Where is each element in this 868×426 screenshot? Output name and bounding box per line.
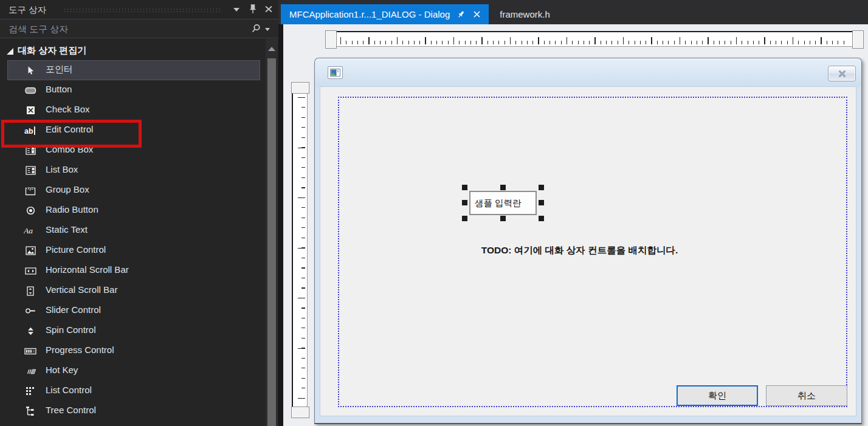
selection-handle[interactable] xyxy=(500,185,506,190)
group-box-icon: xyz xyxy=(23,185,38,196)
edit-control-selected[interactable]: 샘플 입력란 xyxy=(469,191,537,215)
toolbox-item-label: Horizontal Scroll Bar xyxy=(46,264,129,275)
toolbox-item-static-text[interactable]: AaStatic Text xyxy=(0,221,266,241)
tab-bar: MFCApplication1.r...1_DIALOG - Dialog fr… xyxy=(278,0,868,24)
pointer-icon xyxy=(23,65,38,76)
toolbox-item-list-control[interactable]: List Control xyxy=(0,381,266,401)
toolbox-item-label: Group Box xyxy=(46,184,89,194)
dialog-client-area[interactable]: 샘플 입력란 TODO: 여기에 대화 상자 컨트롤을 배치합니다. 확인 취소 xyxy=(320,86,856,416)
horizontal-scroll-bar-icon xyxy=(23,266,38,277)
toolbox-item-slider-control[interactable]: Slider Control xyxy=(0,301,266,321)
close-icon[interactable] xyxy=(264,4,274,15)
toolbox-item-horizontal-scroll-bar[interactable]: Horizontal Scroll Bar xyxy=(0,261,266,281)
selection-handle[interactable] xyxy=(539,216,544,221)
svg-text:Aa: Aa xyxy=(24,226,33,235)
tab-dialog-resource[interactable]: MFCApplication1.r...1_DIALOG - Dialog xyxy=(281,4,489,24)
list-control-icon xyxy=(23,386,38,397)
ruler-end-box[interactable] xyxy=(852,30,864,49)
selection-handle[interactable] xyxy=(539,200,544,205)
toolbox-item-label: Button xyxy=(46,84,72,94)
toolbox-item-list-box[interactable]: List Box xyxy=(0,160,266,180)
spin-control-icon xyxy=(23,326,38,337)
search-placeholder: 검색 도구 상자 xyxy=(9,24,68,35)
toolbox-item-hot-key[interactable]: Hot Key xyxy=(0,361,266,381)
document-well: MFCApplication1.r...1_DIALOG - Dialog fr… xyxy=(278,0,868,426)
tree-control-icon xyxy=(23,406,38,417)
selection-handle[interactable] xyxy=(462,216,467,221)
progress-control-icon xyxy=(23,346,38,357)
toolbox-title: 도구 상자 xyxy=(9,4,46,16)
tab-framework-h[interactable]: framework.h xyxy=(489,4,561,24)
toolbox-group-dialog-editor[interactable]: 대화 상자 편집기 xyxy=(0,43,266,60)
toolbox-item-vertical-scroll-bar[interactable]: Vertical Scroll Bar xyxy=(0,281,266,301)
toolbox-item-picture-control[interactable]: Picture Control xyxy=(0,241,266,261)
scrollbar-thumb[interactable] xyxy=(267,58,276,426)
toolbox-search-input[interactable]: 검색 도구 상자 xyxy=(0,19,278,38)
toolbox-item-label: Spin Control xyxy=(46,325,96,335)
search-options-caret-icon[interactable] xyxy=(265,28,270,31)
toolbox-group-label: 대화 상자 편집기 xyxy=(18,45,86,57)
toolbox-item-label: List Box xyxy=(46,164,78,174)
highlight-annotation-box xyxy=(1,120,142,148)
visual-studio-window: 도구 상자 검색 도구 상자 대화 상자 편집기 포인터ButtonCheck … xyxy=(0,0,868,426)
toolbox-item-label: Static Text xyxy=(46,224,88,235)
toolbox-item-spin-control[interactable]: Spin Control xyxy=(0,321,266,341)
group-expander-icon[interactable] xyxy=(7,48,13,55)
selection-handle[interactable] xyxy=(500,216,506,221)
check-box-icon xyxy=(23,105,38,116)
dialog-editor-canvas: 샘플 입력란 TODO: 여기에 대화 상자 컨트롤을 배치합니다. 확인 취소 xyxy=(283,24,868,426)
ok-button[interactable]: 확인 xyxy=(677,385,758,406)
button-icon xyxy=(23,85,38,96)
toolbox-item-label: Hot Key xyxy=(46,365,78,375)
ruler-end-box[interactable] xyxy=(291,407,309,418)
toolbox-item-label: Radio Button xyxy=(46,204,98,215)
cancel-button[interactable]: 취소 xyxy=(766,385,847,406)
toolbox-item-label: Check Box xyxy=(46,104,90,114)
scroll-up-icon[interactable] xyxy=(268,47,275,51)
selection-handle[interactable] xyxy=(462,200,467,205)
toolbox-item-label: Picture Control xyxy=(46,244,106,255)
tab-label: MFCApplication1.r...1_DIALOG - Dialog xyxy=(289,9,450,19)
search-icon[interactable] xyxy=(250,23,261,36)
toolbox-item-radio-button[interactable]: Radio Button xyxy=(0,201,266,221)
toolbox-item-progress-control[interactable]: Progress Control xyxy=(0,341,266,361)
toolbox-item-label: 포인터 xyxy=(46,64,73,75)
tab-close-icon[interactable] xyxy=(472,10,481,19)
tab-label: framework.h xyxy=(500,9,550,19)
toolbox-item-label: Slider Control xyxy=(46,304,101,315)
toolbox-item-button[interactable]: Button xyxy=(0,80,266,100)
toolbox-item-label: List Control xyxy=(46,385,92,395)
ruler-origin-box[interactable] xyxy=(325,30,337,49)
dialog-system-icon xyxy=(328,66,343,79)
svg-text:xyz: xyz xyxy=(27,186,34,191)
slider-control-icon xyxy=(23,306,38,317)
toolbox-item-check-box[interactable]: Check Box xyxy=(0,100,266,120)
selection-handle[interactable] xyxy=(539,185,544,190)
pin-icon[interactable] xyxy=(248,4,258,15)
toolbox-item-label: Vertical Scroll Bar xyxy=(46,284,117,295)
tab-pin-icon[interactable] xyxy=(456,10,466,19)
static-text-icon: Aa xyxy=(23,225,38,236)
list-box-icon xyxy=(23,165,38,176)
radio-button-icon xyxy=(23,205,38,216)
toolbox-item-tree-control[interactable]: Tree Control xyxy=(0,401,266,421)
toolbox-item-group-box[interactable]: xyzGroup Box xyxy=(0,180,266,201)
toolbox-panel: 도구 상자 검색 도구 상자 대화 상자 편집기 포인터ButtonCheck … xyxy=(0,0,278,426)
panel-drag-grip[interactable] xyxy=(63,8,222,12)
picture-control-icon xyxy=(23,246,38,256)
window-position-menu-icon[interactable] xyxy=(233,8,239,12)
toolbox-item-label: Progress Control xyxy=(46,345,114,355)
toolbox-titlebar: 도구 상자 xyxy=(0,0,278,19)
toolbox-scrollbar[interactable] xyxy=(266,39,278,426)
toolbox-item-pointer[interactable]: 포인터 xyxy=(7,60,260,80)
edit-control-text: 샘플 입력란 xyxy=(475,198,522,209)
horizontal-ruler xyxy=(325,31,864,47)
ruler-origin-box[interactable] xyxy=(291,82,309,94)
selection-handle[interactable] xyxy=(462,185,467,190)
vertical-ruler xyxy=(292,82,308,418)
dialog-design-surface[interactable]: 샘플 입력란 TODO: 여기에 대화 상자 컨트롤을 배치합니다. 확인 취소 xyxy=(314,58,862,424)
hot-key-icon xyxy=(23,366,38,377)
todo-static-text[interactable]: TODO: 여기에 대화 상자 컨트롤을 배치합니다. xyxy=(320,244,839,257)
dialog-close-button[interactable] xyxy=(828,66,856,81)
toolbox-item-label: Tree Control xyxy=(46,405,96,415)
